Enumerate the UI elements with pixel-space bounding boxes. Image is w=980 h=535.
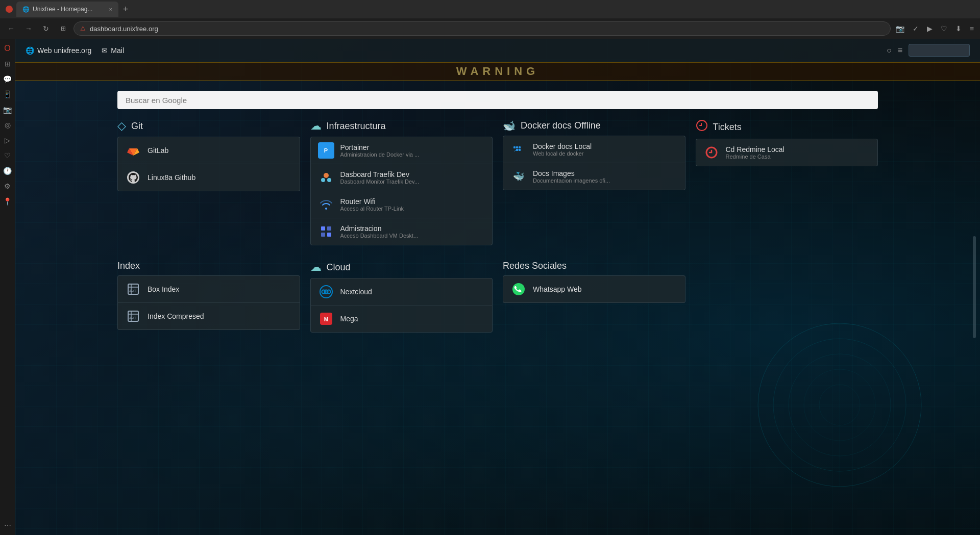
site-nav-right: ○ ≡: [887, 44, 970, 57]
wifi-icon: [318, 196, 334, 213]
index-compresed-card[interactable]: A-C Index Compresed: [118, 303, 300, 329]
forward-button[interactable]: →: [21, 21, 36, 36]
sidebar-newtab-icon[interactable]: ⊞: [2, 58, 13, 69]
portainer-text: Portainer Administracion de Docker via .…: [340, 143, 485, 158]
docker-local-title: Docker docs Local: [533, 142, 678, 150]
whatsapp-card[interactable]: Whatsapp Web: [503, 276, 685, 302]
toolbar-right: 📷 ✓ ▶ ♡ ⬇ ≡: [894, 22, 976, 35]
back-button[interactable]: ←: [4, 21, 18, 36]
gitlab-card-text: GitLab: [148, 146, 292, 155]
new-tab-button[interactable]: +: [118, 2, 133, 16]
tickets-card-list: Cd Redmine Local Redmine de Casa: [696, 139, 878, 166]
docs-images-icon: 🐳: [510, 168, 527, 185]
sidebar-messengers-icon[interactable]: 💬: [2, 73, 13, 85]
svg-point-5: [819, 385, 860, 425]
mega-title: Mega: [340, 315, 485, 323]
mega-card[interactable]: M Mega: [311, 305, 493, 332]
nextcloud-text: Nextcloud: [340, 288, 485, 296]
docs-images-card[interactable]: 🐳 Docs Images Documentacion imagenes ofi…: [503, 163, 685, 190]
nextcloud-icon: [318, 284, 334, 300]
svg-point-2: [773, 339, 906, 471]
svg-rect-18: [327, 233, 331, 237]
url-text: dashboard.unixfree.org: [90, 25, 158, 33]
active-tab[interactable]: 🌐 Unixfree - Homepag... ×: [16, 2, 118, 17]
sidebar-settings-icon[interactable]: ⚙: [2, 181, 13, 192]
menu-icon[interactable]: ≡: [968, 22, 976, 35]
download-icon[interactable]: ⬇: [953, 22, 964, 35]
sidebar-heart-icon[interactable]: ♡: [2, 150, 13, 161]
index-card-list: A-C Box Index A-C: [117, 275, 300, 330]
redes-label: Redes Sociales: [503, 261, 567, 271]
docker-section: 🐋 Docker docs Offline: [503, 119, 685, 245]
search-section: [15, 81, 980, 119]
cloud-icon: ☁: [310, 119, 322, 133]
address-bar[interactable]: ⚠ dashboard.unixfree.org: [74, 21, 891, 36]
whatsapp-icon: [510, 281, 527, 297]
portainer-card[interactable]: P Portainer Administracion de Docker via…: [311, 137, 493, 164]
google-search-input[interactable]: [117, 91, 878, 109]
svg-point-13: [321, 178, 325, 182]
infraestructura-card-list: P Portainer Administracion de Docker via…: [310, 137, 493, 245]
cloud-header: ☁ Cloud: [310, 261, 493, 274]
cloud-section: ☁ Cloud Nextcloud: [310, 261, 493, 333]
toolbar: ← → ↻ ⊞ ⚠ dashboard.unixfree.org 📷 ✓ ▶ ♡…: [0, 18, 980, 39]
box-index-icon: A-C: [125, 281, 141, 297]
sidebar-more-icon[interactable]: ⋯: [2, 520, 13, 531]
site-nav-mail-link[interactable]: ✉ Mail: [102, 46, 124, 55]
gitlab-card[interactable]: GitLab: [118, 137, 300, 164]
tab-close-button[interactable]: ×: [109, 6, 112, 12]
nextcloud-title: Nextcloud: [340, 288, 485, 296]
site-nav-left: 🌐 Web unixfree.org ✉ Mail: [26, 46, 124, 55]
github-card[interactable]: Linux8a Github: [118, 164, 300, 191]
redmine-title: Cd Redmine Local: [726, 145, 871, 154]
traefik-card[interactable]: Dasboard Traefik Dev Dasboard Monitor Tr…: [311, 164, 493, 191]
git-section-header: ◇ Git: [117, 119, 300, 133]
index-compresed-text: Index Compresed: [148, 312, 292, 320]
sidebar-history-icon[interactable]: 🕐: [2, 165, 13, 176]
home-button[interactable]: ⊞: [56, 21, 70, 36]
docker-card-list: Docker docs Local Web local de docker 🐳 …: [503, 136, 685, 190]
sidebar-whatsapp-icon[interactable]: 📱: [2, 89, 13, 100]
box-index-card[interactable]: A-C Box Index: [118, 276, 300, 303]
reload-button[interactable]: ↻: [39, 21, 53, 36]
redmine-subtitle: Redmine de Casa: [726, 154, 871, 160]
admin-text: Admistracion Acceso Dashboard VM Deskt..…: [340, 224, 485, 239]
sidebar-maps-icon[interactable]: ◎: [2, 119, 13, 131]
docker-docs-local-card[interactable]: Docker docs Local Web local de docker: [503, 136, 685, 163]
traefik-title: Dasboard Traefik Dev: [340, 170, 485, 179]
sidebar-player-icon[interactable]: ▷: [2, 135, 13, 146]
docs-images-title: Docs Images: [533, 169, 678, 177]
svg-point-38: [512, 283, 525, 295]
svg-point-14: [327, 178, 331, 182]
admistracion-card[interactable]: Admistracion Acceso Dashboard VM Deskt..…: [311, 218, 493, 245]
redmine-card[interactable]: Cd Redmine Local Redmine de Casa: [696, 139, 878, 166]
svg-rect-21: [519, 146, 521, 148]
heart-icon[interactable]: ♡: [939, 22, 949, 35]
redes-section: Redes Sociales Whatsapp Web: [503, 261, 685, 333]
site-search-icon[interactable]: ○: [887, 46, 892, 55]
svg-text:A-C: A-C: [129, 316, 136, 320]
site-menu-icon[interactable]: ≡: [898, 46, 902, 55]
git-card-list: GitLab Linux8a Github: [117, 137, 300, 191]
site-nav-search-input[interactable]: [909, 44, 970, 57]
admin-subtitle: Acceso Dashboard VM Deskt...: [340, 233, 485, 239]
sidebar-instagram-icon[interactable]: 📷: [2, 104, 13, 115]
site-nav-web-link[interactable]: 🌐 Web unixfree.org: [26, 46, 91, 55]
shield-icon[interactable]: ✓: [911, 22, 921, 35]
security-warning-icon: ⚠: [80, 25, 86, 32]
svg-text:A-C: A-C: [129, 289, 136, 293]
infraestructura-header: ☁ Infraestructura: [310, 119, 493, 133]
camera-icon[interactable]: 📷: [894, 22, 906, 35]
sidebar-pinboard-icon[interactable]: 📍: [2, 196, 13, 207]
index-compresed-title: Index Compresed: [148, 312, 292, 320]
play-icon[interactable]: ▶: [925, 22, 935, 35]
portainer-subtitle: Administracion de Docker via ...: [340, 151, 485, 158]
router-title: Router Wifi: [340, 197, 485, 206]
docker-local-text: Docker docs Local Web local de docker: [533, 142, 678, 157]
git-section-icon: ◇: [117, 119, 126, 133]
sidebar-opera-icon[interactable]: O: [2, 43, 13, 54]
svg-text:M: M: [324, 317, 328, 322]
portainer-title: Portainer: [340, 143, 485, 151]
router-wifi-card[interactable]: Router Wifi Acceso al Router TP-Link: [311, 191, 493, 218]
nextcloud-card[interactable]: Nextcloud: [311, 278, 493, 305]
